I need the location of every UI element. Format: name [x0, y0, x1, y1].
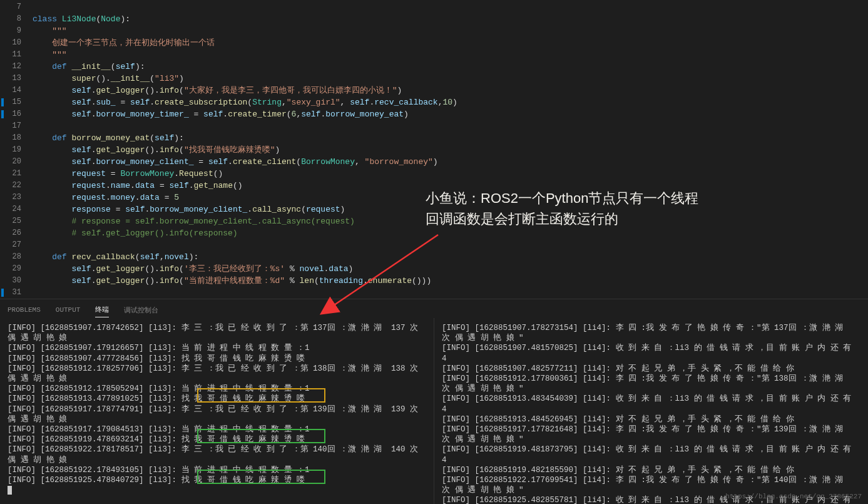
- panel-tab-problems[interactable]: PROBLEMS: [8, 304, 41, 316]
- terminal-cursor: [8, 486, 12, 495]
- gutter-line-19: 19: [0, 144, 21, 156]
- gutter-line-14: 14: [0, 85, 21, 96]
- panel-tab-output[interactable]: OUTPUT: [56, 304, 81, 316]
- gutter-line-26: 26: [0, 227, 21, 239]
- terminal-line: [INFO] [1628851912.177800361] [li4]: 李 四…: [442, 374, 860, 394]
- terminal-right-pane[interactable]: [INFO] [1628851907.178273154] [li4]: 李 四…: [434, 318, 868, 504]
- gutter-line-13: 13: [0, 73, 21, 85]
- gutter-line-12: 12: [0, 61, 21, 73]
- terminal-line: [INFO] [1628851907.178273154] [li4]: 李 四…: [442, 323, 860, 343]
- gutter-line-27: 27: [0, 239, 21, 251]
- code-line[interactable]: self.sub_ = self.create_subscription(Str…: [33, 96, 868, 108]
- code-line[interactable]: 创建一个李三节点，并在初始化时输出一个话: [33, 37, 868, 49]
- gutter-line-20: 20: [0, 156, 21, 168]
- annotation-line1: 小鱼说：ROS2一个Python节点只有一个线程: [426, 188, 698, 208]
- gutter-line-22: 22: [0, 180, 21, 192]
- terminal-line: [INFO] [1628851925.478840729] [li3]: 找 我…: [8, 475, 426, 485]
- terminal-line: [INFO] [1628851913.484526945] [li4]: 对 不…: [442, 414, 860, 424]
- code-line[interactable]: """: [33, 25, 868, 37]
- annotation-arrow-icon: [313, 232, 488, 332]
- line-gutter: 7891011121314151617181920212223242526272…: [0, 0, 30, 299]
- terminal-line: [INFO] [1628851919.482185590] [li4]: 对 不…: [442, 465, 860, 475]
- gutter-line-10: 10: [0, 37, 21, 49]
- code-line[interactable]: self.get_logger().info("找我哥借钱吃麻辣烫喽"): [33, 144, 868, 156]
- code-line[interactable]: """: [33, 49, 868, 61]
- code-line[interactable]: self.borrow_money_timer_ = self.create_t…: [33, 108, 868, 120]
- terminal-split: [INFO] [1628851907.178742652] [li3]: 李 三…: [0, 318, 868, 504]
- terminal-line: [INFO] [1628851913.483454039] [li4]: 收 到…: [442, 394, 860, 414]
- gutter-line-17: 17: [0, 120, 21, 132]
- code-line[interactable]: [33, 120, 868, 132]
- code-line[interactable]: [33, 1, 868, 13]
- gutter-line-15: 15: [0, 96, 21, 108]
- terminal-line: [INFO] [1628851912.178505294] [li3]: 当 前…: [8, 384, 426, 394]
- terminal-line: [INFO] [1628851919.478693214] [li3]: 找 我…: [8, 435, 426, 445]
- gutter-line-8: 8: [0, 13, 21, 25]
- terminal-line: [INFO] [1628851907.179126657] [li3]: 当 前…: [8, 343, 426, 353]
- svg-line-0: [322, 235, 438, 313]
- gutter-line-18: 18: [0, 132, 21, 144]
- gutter-line-30: 30: [0, 275, 21, 287]
- watermark-text: https://blog.csdn.net/qq_27865227: [725, 493, 862, 500]
- code-line[interactable]: request = BorrowMoney.Request(): [33, 168, 868, 180]
- gutter-line-11: 11: [0, 49, 21, 61]
- gutter-line-31: 31: [0, 287, 21, 299]
- annotation-line2: 回调函数是会打断主函数运行的: [426, 208, 698, 229]
- code-line[interactable]: self.get_logger().info("大家好，我是李三，李四他哥，我可…: [33, 85, 868, 96]
- gutter-line-29: 29: [0, 263, 21, 275]
- terminal-line: [INFO] [1628851907.482577211] [li4]: 对 不…: [442, 364, 860, 374]
- terminal-line: [INFO] [1628851912.178257706] [li3]: 李 三…: [8, 364, 426, 384]
- gutter-line-23: 23: [0, 192, 21, 203]
- terminal-line: [INFO] [1628851922.178493105] [li3]: 当 前…: [8, 465, 426, 475]
- panel-tab-调试控制台[interactable]: 调试控制台: [124, 303, 158, 317]
- code-line[interactable]: class Li3Node(Node):: [33, 13, 868, 25]
- gutter-line-9: 9: [0, 25, 21, 37]
- gutter-line-7: 7: [0, 1, 21, 13]
- gutter-line-16: 16: [0, 108, 21, 120]
- gutter-line-25: 25: [0, 215, 21, 227]
- terminal-line: [INFO] [1628851919.481873795] [li4]: 收 到…: [442, 445, 860, 465]
- terminal-line: [INFO] [1628851907.477728456] [li3]: 找 我…: [8, 354, 426, 364]
- terminal-line: [INFO] [1628851917.177821648] [li4]: 李 四…: [442, 424, 860, 445]
- code-line[interactable]: def borrow_money_eat(self):: [33, 132, 868, 144]
- code-line[interactable]: self.borrow_money_client_ = self.create_…: [33, 156, 868, 168]
- terminal-line: [INFO] [1628851917.178774791] [li3]: 李 三…: [8, 404, 426, 424]
- gutter-line-28: 28: [0, 251, 21, 263]
- terminal-line: [INFO] [1628851922.178178517] [li3]: 李 三…: [8, 445, 426, 465]
- code-line[interactable]: super().__init__("li3"): [33, 73, 868, 85]
- terminal-line: [INFO] [1628851907.481570825] [li4]: 收 到…: [442, 343, 860, 363]
- gutter-line-21: 21: [0, 168, 21, 180]
- panel-tab-终端[interactable]: 终端: [95, 302, 109, 317]
- gutter-line-24: 24: [0, 203, 21, 215]
- annotation-text: 小鱼说：ROS2一个Python节点只有一个线程 回调函数是会打断主函数运行的: [426, 188, 698, 229]
- terminal-line: [INFO] [1628851913.477891025] [li3]: 找 我…: [8, 394, 426, 404]
- code-line[interactable]: def __init__(self):: [33, 61, 868, 73]
- terminal-line: [INFO] [1628851917.179084513] [li3]: 当 前…: [8, 424, 426, 435]
- terminal-left-pane[interactable]: [INFO] [1628851907.178742652] [li3]: 李 三…: [0, 318, 434, 504]
